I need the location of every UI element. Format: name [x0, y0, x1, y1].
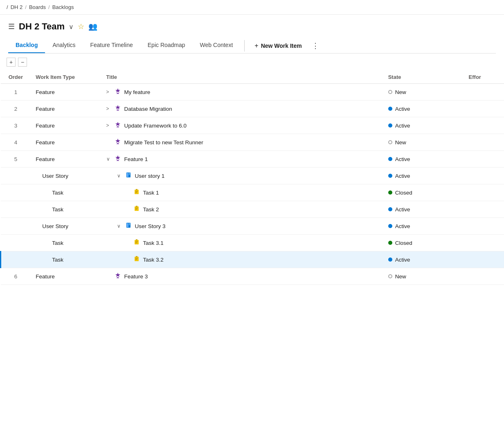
cell-effort [464, 235, 504, 251]
table-row[interactable]: 5Feature∨Feature 1Active [1, 151, 504, 168]
table-row[interactable]: TaskTask 3.2Active [1, 251, 504, 268]
cell-effort [464, 117, 504, 134]
cell-state: New [383, 84, 464, 101]
cell-effort [464, 218, 504, 235]
expand-all-button[interactable]: + [7, 58, 16, 67]
cell-title[interactable]: Task 1 [101, 184, 383, 201]
svg-rect-7 [117, 144, 119, 144]
breadcrumb-item-1[interactable]: Boards [29, 4, 46, 10]
breadcrumb-item-2[interactable]: Backlogs [52, 4, 74, 10]
table-row[interactable]: User Story∨User story 1Active [1, 168, 504, 184]
new-work-item-label: New Work Item [261, 43, 302, 49]
cell-type: Task [31, 184, 101, 201]
chevron-down-icon[interactable]: ∨ [69, 23, 74, 31]
table-row[interactable]: TaskTask 1Closed [1, 184, 504, 201]
breadcrumb-item-0[interactable]: DH 2 [11, 4, 23, 10]
tab-backlog[interactable]: Backlog [8, 38, 45, 53]
work-item-icon [125, 222, 133, 230]
expand-arrow-icon[interactable]: ∨ [106, 156, 112, 162]
breadcrumb-sep-2: / [48, 4, 50, 10]
table-row[interactable]: 1Feature>My featureNew [1, 84, 504, 101]
col-effort: Effor [464, 71, 504, 84]
svg-rect-1 [117, 94, 119, 94]
work-item-icon [133, 205, 141, 213]
table-row[interactable]: User Story∨User Story 3Active [1, 218, 504, 235]
people-icon[interactable]: 👥 [88, 22, 97, 31]
state-dot [388, 123, 392, 128]
cell-title[interactable]: >Database Migration [101, 101, 383, 117]
state-label: Active [395, 223, 410, 229]
team-title: DH 2 Team [19, 21, 65, 32]
nav-divider [244, 40, 245, 52]
cell-state: Closed [383, 235, 464, 251]
work-item-title: Feature 1 [124, 156, 148, 162]
cell-title[interactable]: ∨Feature 1 [101, 151, 383, 168]
team-title-row: ☰ DH 2 Team ∨ ☆ 👥 [8, 21, 496, 32]
state-label: New [395, 139, 406, 146]
table-row[interactable]: 2Feature>Database MigrationActive [1, 101, 504, 117]
table-row[interactable]: TaskTask 2Active [1, 201, 504, 218]
svg-rect-40 [117, 277, 119, 278]
cell-order [1, 168, 31, 184]
svg-rect-16 [136, 189, 137, 190]
svg-rect-37 [135, 258, 138, 258]
cell-type: Feature [31, 84, 101, 101]
state-dot [388, 241, 392, 245]
work-item-icon [115, 121, 122, 130]
table-row[interactable]: 4FeatureMigrate Test to new Test RunnerN… [1, 134, 504, 151]
state-dot [388, 274, 392, 278]
svg-rect-5 [117, 127, 119, 128]
cell-title[interactable]: ∨User story 1 [101, 168, 383, 184]
expand-arrow-icon[interactable]: ∨ [117, 173, 123, 179]
expand-arrow-icon[interactable]: > [106, 106, 112, 112]
state-label: Active [395, 206, 410, 213]
cell-state: Active [383, 168, 464, 184]
svg-rect-36 [136, 256, 137, 258]
state-dot [388, 174, 392, 178]
work-item-title: Task 2 [143, 206, 159, 213]
cell-title[interactable]: Feature 3 [101, 268, 383, 285]
tab-analytics[interactable]: Analytics [45, 38, 83, 53]
collapse-all-button[interactable]: − [18, 58, 27, 67]
state-label: New [395, 273, 406, 280]
cell-order: 4 [1, 134, 31, 151]
svg-rect-6 [117, 143, 119, 144]
cell-title[interactable]: >My feature [101, 84, 383, 101]
cell-title[interactable]: Task 3.2 [101, 251, 383, 268]
cell-order: 6 [1, 268, 31, 285]
expand-arrow-icon[interactable]: ∨ [117, 223, 123, 229]
work-item-icon [133, 255, 141, 264]
tab-web-context[interactable]: Web Context [193, 38, 241, 53]
state-label: Active [395, 257, 410, 263]
expand-arrow-icon[interactable]: > [106, 123, 112, 128]
more-options-button[interactable]: ⋮ [308, 39, 323, 53]
cell-title[interactable]: Task 3.1 [101, 235, 383, 251]
new-work-item-button[interactable]: + New Work Item [249, 40, 307, 52]
svg-rect-33 [135, 242, 137, 242]
cell-title[interactable]: Migrate Test to new Test Runner [101, 134, 383, 151]
cell-effort [464, 151, 504, 168]
hamburger-icon[interactable]: ☰ [8, 22, 15, 31]
tab-feature-timeline[interactable]: Feature Timeline [83, 38, 140, 53]
svg-rect-9 [117, 161, 119, 161]
table-row[interactable]: 6FeatureFeature 3New [1, 268, 504, 285]
state-label: Closed [395, 190, 412, 196]
expand-arrow-icon[interactable]: > [106, 89, 112, 95]
table-row[interactable]: 3Feature>Update Framework to 6.0Active [1, 117, 504, 134]
svg-rect-23 [135, 208, 137, 209]
cell-type: Task [31, 201, 101, 218]
star-icon[interactable]: ☆ [78, 22, 84, 31]
state-label: Active [395, 106, 410, 112]
cell-order [1, 218, 31, 235]
work-item-icon [125, 172, 133, 180]
cell-title[interactable]: >Update Framework to 6.0 [101, 117, 383, 134]
table-row[interactable]: TaskTask 3.1Closed [1, 235, 504, 251]
cell-title[interactable]: Task 2 [101, 201, 383, 218]
svg-rect-32 [135, 241, 138, 242]
tab-epic-roadmap[interactable]: Epic Roadmap [140, 38, 193, 53]
work-item-icon [115, 155, 122, 163]
cell-order: 3 [1, 117, 31, 134]
work-item-title: Database Migration [124, 106, 172, 112]
svg-rect-17 [135, 191, 138, 191]
cell-title[interactable]: ∨User Story 3 [101, 218, 383, 235]
